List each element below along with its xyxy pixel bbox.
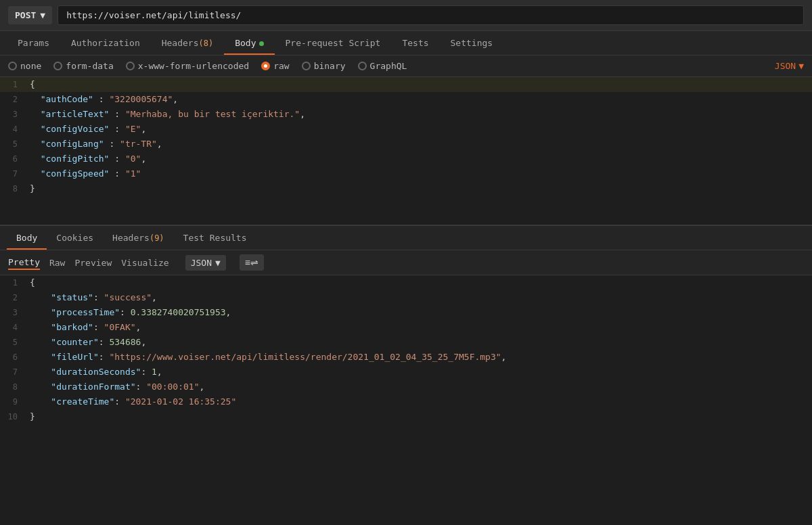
method-label: POST [15,10,36,20]
table-row: 2 "status": "success", [0,290,812,305]
line-content: "durationSeconds": 1, [27,365,812,380]
table-row: 1{ [0,275,812,290]
line-content: "configLang" : "tr-TR", [27,137,812,152]
option-graphql[interactable]: GraphQL [358,61,407,71]
tab-prerequest[interactable]: Pre-request Script [275,31,392,55]
line-content: "configPitch" : "0", [27,152,812,166]
request-body-editor[interactable]: 1{2 "authCode" : "3220005674",3 "article… [0,77,812,226]
body-options-row: none form-data x-www-form-urlencoded raw… [0,55,812,77]
tab-params[interactable]: Params [7,31,60,55]
line-content: "barkod": "0FAK", [27,320,812,335]
tab-settings[interactable]: Settings [440,31,504,55]
line-number: 9 [0,394,27,409]
line-number: 6 [0,350,27,365]
fmt-raw[interactable]: Raw [49,256,65,269]
fmt-preview[interactable]: Preview [74,256,112,269]
method-selector[interactable]: POST ▼ [8,6,52,24]
option-binary[interactable]: binary [302,61,346,71]
table-row: 3 "processTime": 0.3382740020751953, [0,305,812,320]
response-body-editor: 1{2 "status": "success",3 "processTime":… [0,275,812,512]
line-content: "status": "success", [27,290,812,305]
line-content: "configVoice" : "E", [27,122,812,137]
line-number: 2 [0,92,27,107]
url-input[interactable] [58,5,804,25]
method-arrow-icon: ▼ [40,10,45,20]
fmt-pretty[interactable]: Pretty [8,256,40,270]
table-row: 7 "durationSeconds": 1, [0,365,812,380]
line-number: 1 [0,77,27,92]
line-number: 3 [0,305,27,320]
table-row: 6 "configPitch" : "0", [0,152,812,166]
line-number: 5 [0,335,27,350]
resp-tab-headers[interactable]: Headers(9) [103,226,173,250]
tab-headers[interactable]: Headers(8) [151,31,224,55]
line-number: 10 [0,409,27,424]
line-content: "counter": 534686, [27,335,812,350]
line-content: } [27,181,812,196]
radio-form-data [53,62,62,70]
resp-tab-testresults[interactable]: Test Results [174,226,256,250]
line-content: "configSpeed" : "1" [27,166,812,181]
dropdown-arrow-icon: ▼ [798,61,804,71]
line-content: { [27,77,812,92]
line-content: "authCode" : "3220005674", [27,92,812,107]
line-number: 4 [0,122,27,137]
table-row: 4 "barkod": "0FAK", [0,320,812,335]
line-content: "fileUrl": "https://www.voiser.net/api/l… [27,350,812,365]
wrap-button[interactable]: ≡⇌ [240,254,264,271]
line-number: 4 [0,320,27,335]
json-format-dropdown[interactable]: JSON ▼ [775,61,804,71]
table-row: 3 "articleText" : "Merhaba, bu bir test … [0,107,812,122]
option-urlencoded[interactable]: x-www-form-urlencoded [126,61,249,71]
line-content: { [27,275,812,290]
format-row: Pretty Raw Preview Visualize JSON ▼ ≡⇌ [0,250,812,275]
line-content: "createTime": "2021-01-02 16:35:25" [27,394,812,409]
line-number: 1 [0,275,27,290]
radio-urlencoded [126,62,135,70]
option-form-data[interactable]: form-data [53,61,113,71]
line-content: } [27,409,812,424]
option-raw[interactable]: raw [261,61,289,71]
request-tabs: Params Authorization Headers(8) Body Pre… [0,31,812,55]
table-row: 1{ [0,77,812,92]
url-bar: POST ▼ [0,0,812,31]
tab-body[interactable]: Body [224,31,274,55]
radio-raw [261,62,270,70]
table-row: 4 "configVoice" : "E", [0,122,812,137]
fmt-visualize[interactable]: Visualize [121,256,168,269]
resp-tab-cookies[interactable]: Cookies [47,226,103,250]
line-number: 7 [0,365,27,380]
resp-format-arrow-icon: ▼ [215,258,221,268]
table-row: 5 "counter": 534686, [0,335,812,350]
table-row: 6 "fileUrl": "https://www.voiser.net/api… [0,350,812,365]
line-number: 3 [0,107,27,122]
line-content: "durationFormat": "00:00:01", [27,380,812,394]
body-active-dot [259,41,264,46]
line-content: "processTime": 0.3382740020751953, [27,305,812,320]
line-number: 6 [0,152,27,166]
line-number: 8 [0,380,27,394]
tab-tests[interactable]: Tests [391,31,439,55]
radio-none [8,62,17,70]
table-row: 8 "durationFormat": "00:00:01", [0,380,812,394]
table-row: 5 "configLang" : "tr-TR", [0,137,812,152]
tab-authorization[interactable]: Authorization [60,31,151,55]
resp-tab-body[interactable]: Body [7,226,47,250]
response-format-dropdown[interactable]: JSON ▼ [185,255,226,271]
line-number: 8 [0,181,27,196]
radio-binary [302,62,311,70]
table-row: 9 "createTime": "2021-01-02 16:35:25" [0,394,812,409]
line-number: 2 [0,290,27,305]
table-row: 2 "authCode" : "3220005674", [0,92,812,107]
resp-format-label: JSON [191,258,212,268]
response-tabs: Body Cookies Headers(9) Test Results [0,226,812,250]
line-content: "articleText" : "Merhaba, bu bir test iç… [27,107,812,122]
line-number: 7 [0,166,27,181]
radio-graphql [358,62,367,70]
table-row: 10} [0,409,812,424]
line-number: 5 [0,137,27,152]
table-row: 7 "configSpeed" : "1" [0,166,812,181]
option-none[interactable]: none [8,61,41,71]
table-row: 8} [0,181,812,196]
